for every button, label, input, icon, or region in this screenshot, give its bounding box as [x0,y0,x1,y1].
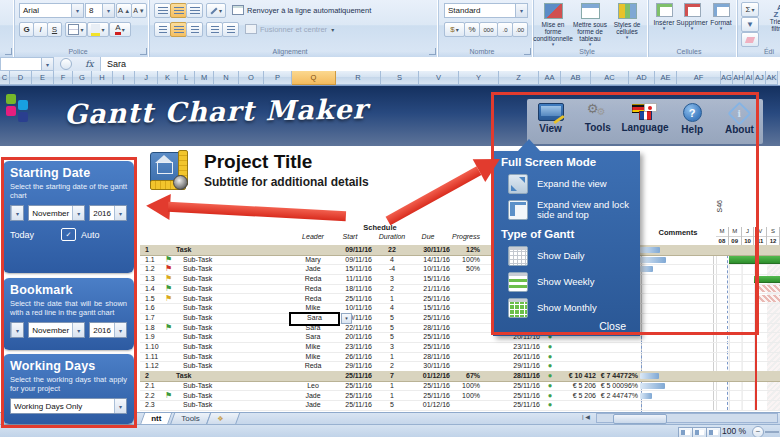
fill-color-button[interactable]: ▾ [87,22,109,37]
column-header-AJ[interactable]: AJ [754,71,766,85]
show-weekly-item[interactable]: Show Weekly [493,269,640,295]
close-button[interactable]: Close [599,320,626,332]
column-header-F[interactable]: F [54,71,73,85]
chevron-down-icon[interactable]: ▾ [11,323,23,337]
cell-styles-button[interactable]: Styles de cellules ▾ [610,3,644,47]
grow-font-button[interactable]: A▲ [116,3,132,18]
today-button[interactable]: Today [10,230,34,240]
column-header-AI[interactable]: AI [745,71,754,85]
expand-view-item[interactable]: Expand the view [493,171,640,197]
dialog-launcher-icon[interactable] [524,48,531,55]
number-format-select[interactable]: Standard▾ [444,3,528,18]
align-middle-button[interactable] [170,3,187,18]
auto-button[interactable]: Auto [81,230,100,240]
name-box[interactable]: ▾ [0,57,54,71]
decrease-indent-button[interactable] [206,22,223,37]
menu-item-view[interactable]: View [527,99,574,144]
cell-dropdown-button[interactable]: ▾ [341,313,352,324]
sort-filter-button[interactable]: AZ▼ Trier et filtrer▾ [762,4,780,32]
column-header-N[interactable]: N [214,71,239,85]
month-select[interactable]: November▾ [28,205,85,221]
autosum-button[interactable]: Σ▾ [741,2,759,17]
selected-cell[interactable]: Sara [289,312,340,326]
increase-decimal-button[interactable]: .0 [497,22,513,37]
chevron-down-icon[interactable]: ▾ [114,323,126,337]
chevron-down-icon[interactable]: ▾ [71,4,83,17]
column-header-L[interactable]: L [178,71,195,85]
menu-item-tools[interactable]: ⚙⚙ Tools [574,99,621,144]
font-size-select[interactable]: 8▾ [85,3,115,18]
dialog-launcher-icon[interactable] [429,48,436,55]
column-header-M[interactable]: M [195,71,214,85]
increase-indent-button[interactable] [222,22,239,37]
show-daily-item[interactable]: Show Daily [493,243,640,269]
show-monthly-item[interactable]: Show Monthly [493,295,640,321]
dialog-launcher-icon[interactable] [140,48,147,55]
column-header-J[interactable]: J [135,71,158,85]
chevron-down-icon[interactable]: ▾ [515,4,527,17]
page-layout-view-button[interactable] [692,427,707,437]
zoom-slider[interactable] [765,431,779,433]
font-color-button[interactable]: A▾ [109,22,131,37]
insert-cells-button[interactable]: Insérer ▾ [650,3,678,47]
merge-center-button[interactable]: Fusionner et centrer ▾ [245,24,334,34]
project-title[interactable]: Project Title [204,151,312,173]
align-bottom-button[interactable] [186,3,203,18]
day-select[interactable]: ▾ [10,205,24,221]
column-header-I[interactable]: I [113,71,135,85]
shrink-font-button[interactable]: A▼ [131,3,147,18]
column-header-S[interactable]: S [381,71,419,85]
column-header-AH[interactable]: AH [733,71,745,85]
column-header-K[interactable]: K [158,71,178,85]
chevron-down-icon[interactable]: ▾ [102,4,114,17]
comma-style-button[interactable]: 000 [479,22,498,37]
column-header-AF[interactable]: AF [677,71,721,85]
year-select[interactable]: 2016▾ [89,205,127,221]
align-top-button[interactable] [154,3,171,18]
chevron-down-icon[interactable]: ▾ [114,399,126,413]
column-header-AC[interactable]: AC [591,71,629,85]
underline-button[interactable]: S [47,22,62,37]
format-as-table-button[interactable]: Mettre sous forme de tableau ▾ [572,3,608,47]
chevron-down-icon[interactable]: ▾ [72,323,84,337]
table-row[interactable]: 2.3Sub-TaskJade25/11/16501/12/1625/11/16… [140,400,780,411]
column-header-AB[interactable]: AB [561,71,591,85]
page-break-view-button[interactable] [706,427,721,437]
normal-view-button[interactable] [678,427,693,437]
column-header-AG[interactable]: AG [721,71,733,85]
column-header-Y[interactable]: Y [459,71,499,85]
column-header-Q[interactable]: Q [292,71,336,85]
accounting-format-button[interactable]: $▾ [444,22,465,37]
formula-input[interactable]: Sara [100,57,780,71]
scrollbar-thumb[interactable] [613,414,667,424]
working-days-select[interactable]: Working Days Only▾ [10,398,127,414]
column-header-C[interactable]: C [0,71,10,85]
column-header-O[interactable]: O [239,71,264,85]
delete-cells-button[interactable]: Supprimer ▾ [678,3,706,47]
chevron-down-icon[interactable]: ▾ [114,206,126,220]
wrap-text-button[interactable]: Renvoyer à la ligne automatiquement [232,5,371,15]
decrease-decimal-button[interactable]: .00 [512,22,528,37]
zoom-out-button[interactable]: − [752,426,764,437]
menu-item-about[interactable]: i About [716,99,763,144]
column-header-R[interactable]: R [336,71,381,85]
align-left-button[interactable] [154,22,171,37]
column-header-AA[interactable]: AA [539,71,561,85]
align-center-button[interactable] [170,22,187,37]
column-header-P[interactable]: P [264,71,292,85]
insert-function-button[interactable] [60,58,72,70]
bold-button[interactable]: G [19,22,34,37]
project-subtitle[interactable]: Subtitle for additional details [204,175,369,189]
day-select[interactable]: ▾ [10,322,24,338]
column-header-G[interactable]: G [73,71,92,85]
dialog-launcher-icon[interactable] [5,48,12,55]
font-name-select[interactable]: Arial▾ [19,3,84,18]
chevron-down-icon[interactable]: ▾ [41,58,53,70]
chevron-down-icon[interactable]: ▾ [11,206,23,220]
column-header-E[interactable]: E [32,71,54,85]
month-select[interactable]: November▾ [28,322,85,338]
borders-button[interactable]: ▾ [65,22,87,37]
column-header-Z[interactable]: Z [499,71,539,85]
tab-scroll-buttons[interactable]: | ◀ [582,413,590,420]
expand-lock-item[interactable]: Expand view and lock side and top [493,197,640,223]
